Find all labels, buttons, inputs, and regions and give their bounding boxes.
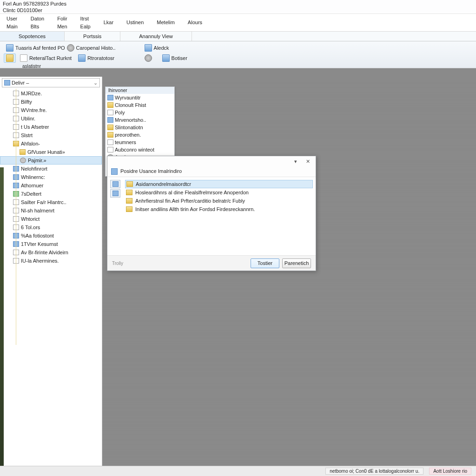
- tree-item-1[interactable]: Bilfty: [0, 98, 102, 106]
- flyout-item-label: Poly: [115, 110, 125, 115]
- tree-item-20[interactable]: IU-la Ahermines.: [0, 257, 102, 265]
- tree-item-label: Ublinr.: [21, 116, 35, 121]
- flyout-item-icon: [107, 147, 113, 152]
- dialog-minimize-button[interactable]: ▾: [290, 157, 302, 165]
- gear-icon: [67, 44, 74, 52]
- menu-itrst[interactable]: ItrstEalp: [74, 14, 97, 31]
- flyout-item-icon: [107, 95, 113, 100]
- tree-item-label: Pajmir.»: [28, 158, 46, 163]
- dialog-body: AsidarnondrelmaisordtcrHosleardihnrs al …: [107, 177, 316, 256]
- ribbon-tab-view[interactable]: Anannuly View: [120, 32, 192, 41]
- menu-user[interactable]: UserMain: [0, 14, 24, 31]
- dialog-cancel-button[interactable]: Parenetich: [282, 258, 311, 268]
- tree-item-label: Athornuer: [21, 183, 43, 188]
- tree-item-label: Whlinernc:: [21, 174, 45, 180]
- tree-item-12[interactable]: 7sDeltert: [0, 190, 102, 198]
- tree-item-6[interactable]: Ahfalon-: [0, 139, 102, 148]
- tree-item-13[interactable]: Sailter Fa/r Hlantrc..: [0, 198, 102, 206]
- flyout-item-0[interactable]: Wyrvauntitr: [106, 94, 174, 101]
- left-edge-strip: [0, 167, 4, 466]
- list-icon: [112, 181, 119, 187]
- tool-label-left: Tuasris Asf fented PO Caropenal Histo..: [4, 43, 118, 53]
- ribbon-tab-sopotences[interactable]: Sopotences: [0, 32, 65, 41]
- dialog-icon: [111, 168, 118, 175]
- tree-item-16[interactable]: 6 Tol.ors: [0, 223, 102, 231]
- menu-metelim[interactable]: Metelim: [150, 14, 181, 31]
- tree-item-icon: [20, 149, 26, 155]
- flyout-item-icon: [107, 110, 113, 115]
- tree-item-19[interactable]: Av Br-firinte Alvideirn: [0, 248, 102, 257]
- dialog-row-label: Asidarnondrelmaisordtcr: [136, 181, 191, 187]
- tree-item-7[interactable]: GfVuser Hunati»: [0, 148, 102, 156]
- tool-btn-botiser[interactable]: Botiser: [142, 53, 190, 63]
- flyout-item-3[interactable]: Mrvenortsho..: [106, 116, 174, 124]
- dialog-ok-button[interactable]: Tostier: [251, 258, 279, 268]
- tree-item-3[interactable]: Ublinr.: [0, 114, 102, 123]
- tool-sublabel: aslatistnr: [4, 64, 118, 69]
- tool-btn-report[interactable]: ReteralTact Rurknt: [18, 53, 74, 63]
- tree-item-label: Nelohfinrort: [21, 166, 47, 172]
- dialog-footer-label: Troliy: [112, 261, 123, 266]
- flyout-item-5[interactable]: preorothen.: [106, 131, 174, 139]
- flyout-item-6[interactable]: teumners: [106, 139, 174, 146]
- title-line2: Clintc 0D10100er: [3, 7, 473, 13]
- dialog-left-tools: [110, 180, 122, 252]
- tool-btn-rtro[interactable]: Rtroratotosr: [76, 53, 117, 63]
- tree-item-label: Nl-sh halrnenrt: [21, 208, 54, 213]
- dialog-heading: Posidre Usance Imalrindiro: [107, 166, 316, 177]
- dialog-row-label: Anhrfierstnsl fin.Aei Prfter/carditio be…: [135, 198, 245, 204]
- tree-item-label: t Us Afsetrer: [21, 124, 49, 130]
- tree-item-9[interactable]: Nelohfinrort: [0, 165, 102, 173]
- flyout-item-icon: [107, 102, 113, 108]
- tree-item-4[interactable]: t Us Afsetrer: [0, 123, 102, 131]
- menu-folder[interactable]: FolirMen: [51, 14, 73, 31]
- tree-item-17[interactable]: %Aa fotiostont: [0, 231, 102, 240]
- tool-btn-active[interactable]: [4, 53, 16, 63]
- dialog-tool-2[interactable]: [110, 189, 120, 198]
- flyout-item-2[interactable]: Poly: [106, 109, 174, 116]
- dialog-tool-1[interactable]: [110, 180, 120, 188]
- dialog-footer: Troliy Tostier Parenetich: [107, 256, 316, 271]
- tree-item-2[interactable]: WVntre.fre.: [0, 106, 102, 114]
- folder-icon: [126, 190, 132, 195]
- flyout-item-label: Wyrvauntitr: [115, 95, 141, 100]
- dialog-row-label: Initser andilins Allth tirin Aor Fordsd …: [135, 206, 255, 212]
- tree-item-14[interactable]: Nl-sh halrnenrt: [0, 206, 102, 215]
- dialog-row-1[interactable]: Hosleardihnrs al dine Flealslfrelmrsore …: [125, 188, 313, 197]
- flyout-item-label: Slintonatiotn: [115, 125, 143, 130]
- tool-btn-aledck[interactable]: Aledck: [142, 43, 190, 53]
- tree-item-label: 7sDeltert: [21, 191, 41, 197]
- flyout-item-icon: [107, 132, 113, 138]
- flyout-item-label: Aubconro winteot: [115, 147, 154, 152]
- dialog-row-0[interactable]: Asidarnondrelmaisordtcr: [125, 180, 313, 188]
- flyout-item-7[interactable]: Aubconro winteot: [106, 146, 174, 153]
- flyout-item-label: Clonoult Fhist: [115, 102, 146, 108]
- tree-item-8[interactable]: Pajmir.»: [0, 156, 102, 165]
- dialog-list: AsidarnondrelmaisordtcrHosleardihnrs al …: [125, 180, 313, 252]
- tree-item-label: GfVuser Hunati»: [27, 149, 65, 155]
- sidebar-combo[interactable]: Delivr – ⌄: [2, 78, 100, 87]
- menu-ustinen[interactable]: Ustinen: [120, 14, 150, 31]
- dialog-row-3[interactable]: Initser andilins Allth tirin Aor Fordsd …: [125, 205, 313, 213]
- tree-item-label: MJRDze.: [21, 91, 42, 96]
- tree-guide-line: [16, 89, 16, 345]
- dialog-close-button[interactable]: ✕: [302, 157, 314, 165]
- dialog-row-2[interactable]: Anhrfierstnsl fin.Aei Prfter/carditio be…: [125, 197, 313, 205]
- ribbon-tab-portssis[interactable]: Portssis: [65, 32, 120, 41]
- dialog-titlebar: ▾ ✕: [107, 156, 316, 166]
- flyout-item-4[interactable]: Slintonatiotn: [106, 124, 174, 131]
- menu-daton[interactable]: DatonBlts: [24, 14, 51, 31]
- tree-item-10[interactable]: Whlinernc:: [0, 173, 102, 181]
- flyout-item-icon: [107, 117, 113, 123]
- grid-icon: [78, 54, 86, 62]
- menu-alours[interactable]: Alours: [181, 14, 209, 31]
- flyout-item-label: preorothen.: [115, 132, 141, 138]
- tree-item-18[interactable]: 1TVter Kesurnst: [0, 240, 102, 248]
- tree-item-5[interactable]: Slstrt: [0, 131, 102, 139]
- tree-item-11[interactable]: Athornuer: [0, 181, 102, 190]
- flyout-item-1[interactable]: Clonoult Fhist: [106, 101, 174, 109]
- tree: MJRDze.BilftyWVntre.fre.Ublinr.t Us Afse…: [0, 89, 102, 466]
- tree-item-0[interactable]: MJRDze.: [0, 89, 102, 98]
- menu-lkar[interactable]: Lkar: [97, 14, 120, 31]
- tree-item-15[interactable]: Whtorict: [0, 215, 102, 223]
